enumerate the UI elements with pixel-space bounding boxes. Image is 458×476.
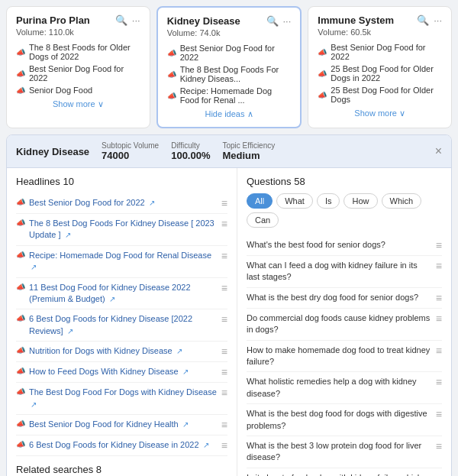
headline-text[interactable]: 6 Best Dog Foods for Kidney Disease [202… <box>29 313 218 337</box>
filter-button-how[interactable]: How <box>344 193 377 209</box>
table-row: What holistic remedies help a dog with k… <box>247 372 442 404</box>
menu-icon[interactable]: ≡ <box>221 345 227 358</box>
close-button[interactable]: × <box>435 144 442 158</box>
headline-text[interactable]: How to Feed Dogs With Kidney Disease ↗ <box>29 366 218 377</box>
search-icon[interactable]: 🔍 <box>417 15 429 26</box>
menu-icon[interactable]: ≡ <box>221 197 227 209</box>
menu-icon[interactable]: ≡ <box>221 282 227 294</box>
show-more-immune-button[interactable]: Show more ∨ <box>318 108 442 118</box>
megaphone-icon: 📣 <box>16 314 25 322</box>
card-item-text: The 8 Best Dog Foods For Kidney Diseas..… <box>180 65 292 83</box>
search-icon[interactable]: 🔍 <box>266 15 279 27</box>
headline-text[interactable]: 6 Best Dog Foods for Kidney Disease in 2… <box>29 439 218 451</box>
headline-text[interactable]: Best Senior Dog Food for Kidney Health ↗ <box>29 419 218 430</box>
card-item-text: Best Senior Dog Food for 2022 <box>180 44 292 62</box>
megaphone-icon: 📣 <box>16 198 25 206</box>
list-item: 📣 Best Senior Dog Food for 2022 <box>16 64 140 83</box>
filter-button-what[interactable]: What <box>276 193 313 209</box>
list-item: 📣 Senior Dog Food <box>16 86 140 95</box>
card-purina-icons: 🔍 ··· <box>115 15 140 26</box>
list-item: 📣 25 Best Dog Food for Older Dogs <box>318 86 442 104</box>
menu-icon[interactable]: ≡ <box>436 260 442 272</box>
menu-icon[interactable]: ≡ <box>221 218 227 230</box>
megaphone-icon: 📣 <box>16 251 25 259</box>
menu-icon[interactable]: ≡ <box>221 366 227 378</box>
headline-text[interactable]: The 8 Best Dog Foods For Kidney Disease … <box>29 218 218 241</box>
show-more-button[interactable]: Show more ∨ <box>16 99 140 109</box>
menu-icon[interactable]: ≡ <box>436 440 442 452</box>
question-text: How to make homemade dog food to treat k… <box>247 345 432 368</box>
list-item: 📣 Best Senior Dog Food for 2022 <box>318 43 442 61</box>
menu-icon[interactable]: ≡ <box>221 439 227 452</box>
table-row: 📣 11 Best Dog Food for Kidney Disease 20… <box>16 278 227 310</box>
headline-text[interactable]: The Best Dog Food For Dogs with Kidney D… <box>29 387 218 410</box>
more-icon[interactable]: ··· <box>434 15 442 26</box>
card-item-text: Senior Dog Food <box>29 86 92 95</box>
headline-text[interactable]: Recipe: Homemade Dog Food for Renal Dise… <box>29 250 218 274</box>
headline-text[interactable]: Best Senior Dog Food for 2022 ↗ <box>29 197 218 209</box>
menu-icon[interactable]: ≡ <box>221 250 227 262</box>
question-text: What is the best dry dog food for senior… <box>247 292 432 303</box>
search-icon[interactable]: 🔍 <box>115 15 127 26</box>
related-section: Related searches 8 vet approved homemade… <box>16 464 227 476</box>
headline-text[interactable]: Nutrition for Dogs with Kidney Disease ↗ <box>29 345 218 357</box>
menu-icon[interactable]: ≡ <box>221 313 227 325</box>
efficiency-item: Topic Efficiency Medium <box>223 141 276 161</box>
difficulty-value: 100.00% <box>171 150 210 161</box>
subtopic-volume-item: Subtopic Volume 74000 <box>102 141 159 161</box>
card-purina: Purina Pro Plan 🔍 ··· Volume: 110.0k 📣 T… <box>6 6 150 128</box>
question-text: What is the best 3 low protein dog food … <box>247 440 432 464</box>
question-text: What is the best dog food for dogs with … <box>247 408 432 432</box>
card-immune-icons: 🔍 ··· <box>417 15 442 26</box>
more-icon[interactable]: ··· <box>132 15 140 26</box>
menu-icon[interactable]: ≡ <box>436 239 442 251</box>
card-item-text: Best Senior Dog Food for 2022 <box>29 64 140 83</box>
headline-text[interactable]: 11 Best Dog Food for Kidney Disease 2022… <box>29 282 218 306</box>
menu-icon[interactable]: ≡ <box>436 292 442 304</box>
filter-button-is[interactable]: Is <box>317 193 340 209</box>
table-row: 📣 Best Senior Dog Food for Kidney Health… <box>16 415 227 436</box>
related-section-title: Related searches 8 <box>16 464 227 475</box>
megaphone-icon: 📣 <box>167 70 176 79</box>
menu-icon[interactable]: ≡ <box>436 408 442 420</box>
list-item: 📣 Recipe: Homemade Dog Food for Renal ..… <box>167 86 292 105</box>
filter-button-can[interactable]: Can <box>247 212 279 228</box>
table-row: 📣 Best Senior Dog Food for 2022 ↗ ≡ <box>16 193 227 214</box>
more-icon[interactable]: ··· <box>283 15 292 27</box>
list-item: 📣 25 Best Dog Food for Older Dogs in 202… <box>318 64 442 83</box>
external-link-icon: ↗ <box>182 368 189 376</box>
external-link-icon: ↗ <box>65 231 71 239</box>
menu-icon[interactable]: ≡ <box>436 472 442 476</box>
card-item-text: 25 Best Dog Food for Older Dogs <box>331 86 442 104</box>
megaphone-icon: 📣 <box>16 283 25 291</box>
filter-buttons: AllWhatIsHowWhichCan <box>247 193 442 228</box>
megaphone-icon: 📣 <box>16 419 25 428</box>
megaphone-icon: 📣 <box>16 387 25 396</box>
table-row: What's the best food for senior dogs? ≡ <box>247 235 442 256</box>
menu-icon[interactable]: ≡ <box>436 376 442 388</box>
table-row: Is it okay to feed a dog with kidney fai… <box>247 468 442 476</box>
megaphone-icon: 📣 <box>167 92 176 100</box>
megaphone-icon: 📣 <box>167 49 176 57</box>
megaphone-icon: 📣 <box>16 219 25 227</box>
menu-icon[interactable]: ≡ <box>221 387 227 399</box>
detail-header: Kidney Disease Subtopic Volume 74000 Dif… <box>7 135 451 168</box>
menu-icon[interactable]: ≡ <box>436 312 442 325</box>
card-immune-volume: Volume: 60.5k <box>318 28 442 37</box>
questions-section-title: Questions 58 <box>247 176 442 187</box>
filter-button-all[interactable]: All <box>247 193 273 209</box>
headlines-col: Headlines 10 📣 Best Senior Dog Food for … <box>7 168 237 476</box>
table-row: 📣 The 8 Best Dog Foods For Kidney Diseas… <box>16 214 227 246</box>
filter-button-which[interactable]: Which <box>382 193 422 209</box>
menu-icon[interactable]: ≡ <box>436 345 442 357</box>
megaphone-icon: 📣 <box>16 367 25 375</box>
efficiency-value: Medium <box>223 150 276 161</box>
table-row: 📣 How to Feed Dogs With Kidney Disease ↗… <box>16 362 227 383</box>
external-link-icon: ↗ <box>67 327 73 335</box>
external-link-icon: ↗ <box>109 295 115 303</box>
headlines-section-title: Headlines 10 <box>16 176 227 187</box>
difficulty-label: Difficulty <box>171 141 210 150</box>
card-purina-header: Purina Pro Plan 🔍 ··· <box>16 15 140 26</box>
menu-icon[interactable]: ≡ <box>221 419 227 431</box>
hide-ideas-button[interactable]: Hide ideas ∧ <box>167 109 292 119</box>
